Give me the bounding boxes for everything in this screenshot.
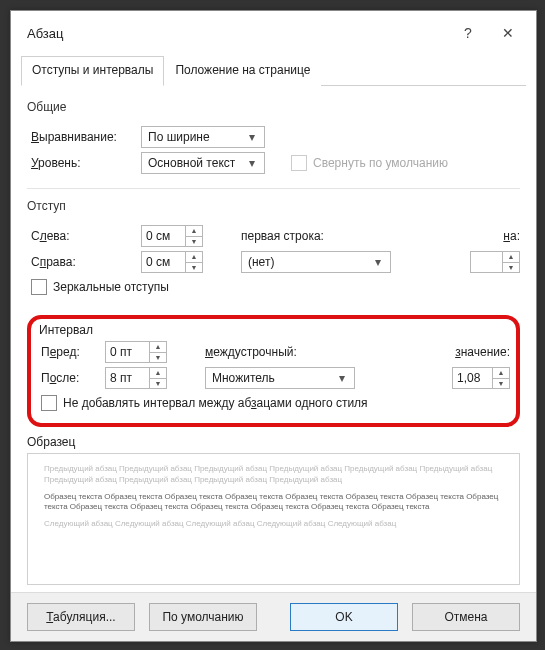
alignment-label-text: ыравнивание:: [39, 130, 117, 144]
by-spinner[interactable]: ▲▼: [470, 251, 520, 273]
checkbox-icon: [31, 279, 47, 295]
first-line-label: первая строка:: [241, 229, 351, 243]
at-spinner[interactable]: 1,08▲▼: [452, 367, 510, 389]
checkbox-icon: [41, 395, 57, 411]
before-spinner[interactable]: 0 пт▲▼: [105, 341, 167, 363]
line-spacing-combo[interactable]: Множитель▾: [205, 367, 355, 389]
group-general: Выравнивание: По ширине▾ Уровень: Основн…: [27, 118, 520, 189]
dialog-body: Общие Выравнивание: По ширине▾ Уровень: …: [11, 86, 536, 592]
alignment-combo[interactable]: По ширине▾: [141, 126, 265, 148]
window-title: Абзац: [27, 26, 448, 41]
alignment-label: Выравнивание:: [27, 130, 141, 144]
tab-indents[interactable]: Отступы и интервалы: [21, 56, 164, 86]
mirror-check[interactable]: Зеркальные отступы: [31, 279, 520, 295]
first-line-combo[interactable]: (нет)▾: [241, 251, 391, 273]
spinner-arrows[interactable]: ▲▼: [185, 226, 202, 246]
sample-preview: Предыдущий абзац Предыдущий абзац Предыд…: [27, 453, 520, 585]
sample-prev: Предыдущий абзац Предыдущий абзац Предыд…: [44, 464, 503, 486]
ok-button[interactable]: OK: [290, 603, 398, 631]
collapse-check: Свернуть по умолчанию: [291, 155, 448, 171]
group-general-title: Общие: [27, 100, 520, 114]
chevron-down-icon: ▾: [334, 371, 350, 385]
level-combo[interactable]: Основной текст▾: [141, 152, 265, 174]
group-indent: Слева: 0 см▲▼ первая строка: на: Справа:…: [27, 217, 520, 307]
cancel-button[interactable]: Отмена: [412, 603, 520, 631]
group-sample: Образец Предыдущий абзац Предыдущий абза…: [27, 435, 520, 585]
group-interval-title: Интервал: [39, 323, 510, 337]
title-bar: Абзац ? ✕: [11, 11, 536, 49]
tab-strip: Отступы и интервалы Положение на страниц…: [21, 55, 526, 86]
level-label: Уровень:: [27, 156, 141, 170]
spinner-arrows[interactable]: ▲▼: [149, 342, 166, 362]
chevron-down-icon: ▾: [244, 130, 260, 144]
spinner-arrows[interactable]: ▲▼: [502, 252, 519, 272]
close-button[interactable]: ✕: [488, 25, 528, 41]
paragraph-dialog: Абзац ? ✕ Отступы и интервалы Положение …: [10, 10, 537, 642]
by-label: на:: [503, 229, 520, 243]
right-spinner[interactable]: 0 см▲▼: [141, 251, 203, 273]
help-button[interactable]: ?: [448, 25, 488, 41]
right-label: Справа:: [27, 255, 141, 269]
dialog-footer: Табуляция... По умолчанию OK Отмена: [11, 592, 536, 641]
tab-position[interactable]: Положение на странице: [164, 56, 321, 86]
spinner-arrows[interactable]: ▲▼: [185, 252, 202, 272]
tabs-button[interactable]: Табуляция...: [27, 603, 135, 631]
sample-next: Следующий абзац Следующий абзац Следующи…: [44, 519, 503, 530]
chevron-down-icon: ▾: [370, 255, 386, 269]
checkbox-icon: [291, 155, 307, 171]
at-label: значение:: [455, 345, 510, 359]
line-spacing-label: междустрочный:: [205, 345, 315, 359]
nospace-label: Не добавлять интервал между абзацами одн…: [63, 396, 368, 410]
sample-current: Образец текста Образец текста Образец те…: [44, 492, 503, 514]
spinner-arrows[interactable]: ▲▼: [492, 368, 509, 388]
left-spinner[interactable]: 0 см▲▼: [141, 225, 203, 247]
chevron-down-icon: ▾: [244, 156, 260, 170]
spinner-arrows[interactable]: ▲▼: [149, 368, 166, 388]
group-indent-title: Отступ: [27, 199, 520, 213]
after-label: После:: [37, 371, 105, 385]
after-spinner[interactable]: 8 пт▲▼: [105, 367, 167, 389]
before-label: Перед:: [37, 345, 105, 359]
left-label: Слева:: [27, 229, 141, 243]
default-button[interactable]: По умолчанию: [149, 603, 257, 631]
nospace-check[interactable]: Не добавлять интервал между абзацами одн…: [41, 395, 510, 411]
group-interval: Интервал Перед: 0 пт▲▼ междустрочный: зн…: [27, 315, 520, 427]
group-sample-title: Образец: [27, 435, 520, 449]
